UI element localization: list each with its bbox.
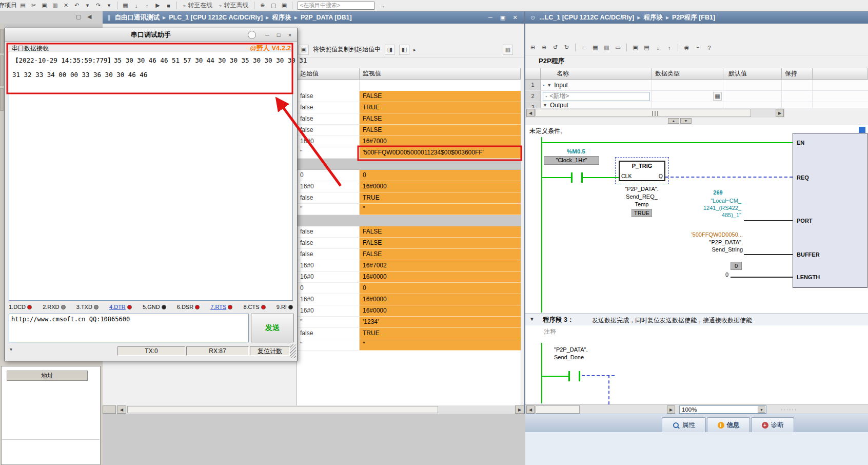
db-table-row[interactable]: 00 [297,170,521,181]
scroll-left-icon[interactable]: ◀ [526,405,535,414]
p-trig-block[interactable]: P_TRIG CLK Q [619,161,665,181]
snapshot-icon[interactable]: ▣ [630,43,640,52]
decl-header-datatype[interactable]: 数据类型 [652,68,723,80]
scroll-right-icon[interactable]: ▶ [667,405,675,414]
monitor-value-cell[interactable]: '500FFQW0D005000011234$00$003600FF' [360,147,521,159]
breadcrumb-item[interactable]: PLC_1 [CPU 1212C AC/DC/Rly] [169,14,263,21]
copy-snapshot-icon[interactable]: ▤ [642,43,652,52]
monitor-all-icon[interactable]: ◉ [682,43,692,52]
contact-operand-box[interactable]: "Clock_1Hz" [544,156,599,165]
close-button[interactable]: ✕ [509,13,521,22]
compile-icon[interactable]: ▦ [121,1,130,10]
start-value-cell[interactable]: '' [297,204,360,215]
monitor-value-cell[interactable]: FALSE [360,238,521,249]
serial-led-4-dtr[interactable]: 4.DTR [109,304,132,310]
start-value-cell[interactable]: false [297,192,360,204]
start-value-cell[interactable]: false [297,226,360,238]
send-button[interactable]: 发送 [251,314,294,342]
length-operand[interactable]: 0 [721,271,728,279]
decl-header-retain[interactable]: 保持 [782,68,813,80]
monitor-value-cell[interactable]: 16#0000 [360,272,521,283]
back-icon[interactable]: ◀ [87,13,91,20]
scroll-left-icon[interactable]: ◀ [526,109,535,117]
monitor-value-cell[interactable]: FALSE [360,113,521,125]
start-value-cell[interactable]: 16#0 [297,272,360,283]
buffer-monitor-value[interactable]: '500FFQW0D0050... [664,231,743,239]
snapshot-camera-icon[interactable]: ▣ [299,45,309,55]
jump-to-icon[interactable]: → [378,1,387,10]
save-project-label[interactable]: 存项目 [0,1,17,10]
comment-icon[interactable]: ▭ [613,43,623,52]
collapse-down-icon[interactable]: ▼ [680,118,692,124]
breadcrumb-item[interactable]: P2P_DATA [DB1] [301,14,352,21]
expand-members-icon[interactable]: ≡ [579,43,589,52]
maximize-button[interactable]: □ [273,30,284,40]
go-online-button[interactable]: ⌁ 转至在线 [180,1,215,10]
start-value-cell[interactable]: false [297,249,360,260]
decl-header-default[interactable]: 默认值 [723,68,782,80]
monitor-value-cell[interactable]: 16#0000 [360,305,521,317]
column-header-monitor-value[interactable]: 监视值 [360,68,521,80]
download-values-icon[interactable]: ↓ [653,43,663,52]
db-table-row[interactable]: 16#016#0000 [297,272,521,283]
upload-from-device-icon[interactable]: ↑ [142,1,152,10]
undo-icon[interactable]: ↶ [72,1,82,10]
reset-start-values-icon[interactable]: ↺ [550,43,560,52]
monitor-value-cell[interactable]: 16#7002 [360,260,521,272]
start-value-cell[interactable]: 0 [297,170,360,181]
add-row-icon[interactable]: ⊕ [539,43,549,52]
resize-grip-icon[interactable] [290,344,296,358]
expand-triangle-icon[interactable]: ▼ [543,103,547,108]
network3-header[interactable]: ▼ 程序段 3： 发送数据完成，同时复位发送数据使能，接通接收数据使能 [525,313,868,325]
monitor-value-cell[interactable]: FALSE [360,226,521,238]
project-search-input[interactable] [298,2,374,10]
decl-name-label[interactable]: Input [554,82,568,89]
start-value-cell[interactable]: 16#0 [297,136,360,147]
start-value-cell[interactable]: 16#0 [297,260,360,272]
send-done-operand[interactable]: "P2P_DATA". Send_Done [554,346,587,361]
download-to-device-icon[interactable]: ↓ [131,1,141,10]
db-table-row[interactable]: '''' [297,339,521,351]
breadcrumb-item[interactable]: 程序块 [272,13,291,22]
datatype-picker-icon[interactable]: ▦ [713,92,722,101]
serial-led-7-rts[interactable]: 7.RTS [210,304,232,310]
column-header-start-value[interactable]: 起始值 [297,68,360,80]
monitor-value-cell[interactable]: 16#0000 [360,181,521,192]
collapse-network-icon[interactable]: ▼ [529,316,535,322]
tab-diagnostics[interactable]: + 诊断 [751,417,794,433]
db-table-row[interactable]: falseFALSE [297,125,521,136]
db-window-titlebar[interactable]: ∥ 自由口通讯测试▶PLC_1 [CPU 1212C AC/DC/Rly]▶程序… [103,11,524,24]
clk-operand[interactable]: "P2P_DATA". Send_REQ_ Temp [606,185,678,208]
monitor-value-cell[interactable]: 0 [360,283,521,294]
save-project-icon[interactable]: ▤ [18,1,28,10]
breadcrumb-item[interactable]: 自由口通讯测试 [115,13,160,22]
breadcrumb-item[interactable]: P2P程序 [FB1] [672,13,715,22]
scroll-left-icon[interactable]: ◀ [117,405,126,414]
paste-icon[interactable]: ▥ [50,1,60,10]
undo-dropdown-icon[interactable]: ▾ [83,1,92,10]
db-table-row[interactable]: 16#016#0000 [297,294,521,305]
db-table-row[interactable]: falseFALSE [297,91,521,102]
db-table-row[interactable]: 16#016#7000 [297,136,521,147]
decl-row-new[interactable]: 2 ▪ <新增> ▦ [525,91,868,102]
decl-horizontal-scrollbar[interactable]: ◀ ▶ [525,108,785,118]
tab-info[interactable]: i 信息 [707,417,750,433]
start-value-cell[interactable]: false [297,328,360,339]
db-table-row[interactable]: falseFALSE [297,226,521,238]
receive-data-area[interactable]: 【2022-10-29 14:35:59:779】35 30 30 46 46 … [9,51,293,301]
start-value-cell[interactable]: 16#0 [297,294,360,305]
monitor-value-cell[interactable]: FALSE [360,91,521,102]
stop-cpu-icon[interactable]: ■ [164,1,173,10]
ladder-canvas-network2[interactable]: 未定义条件。 %M0.5 "Clock_1Hz" P_TRIG CLK Q "P… [525,125,868,313]
close-button[interactable]: × [285,30,295,40]
cut-icon[interactable]: ✂ [29,1,38,10]
start-value-cell[interactable]: '' [297,147,360,159]
start-value-cell[interactable]: 16#0 [297,181,360,192]
address-list[interactable]: 地址 [1,366,101,465]
side-tab[interactable] [0,29,4,53]
start-value-cell[interactable]: false [297,125,360,136]
comment-placeholder[interactable]: 注释 [544,327,556,336]
serial-titlebar[interactable]: 串口调试助手 ─ □ × [5,28,297,42]
window-icon[interactable]: ▣ [279,1,289,10]
go-offline-button[interactable]: ⌁ 转至离线 [216,1,251,10]
